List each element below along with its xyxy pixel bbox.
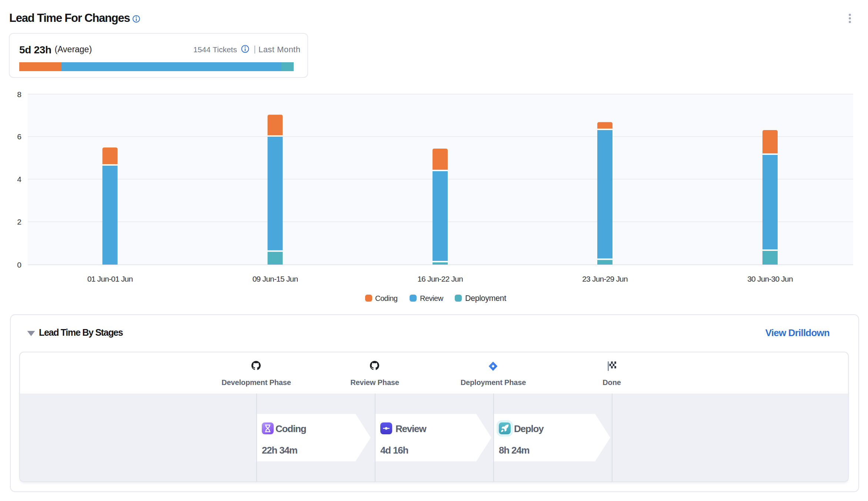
svg-text:6: 6 [17,132,21,141]
svg-text:23 Jun-29 Jun: 23 Jun-29 Jun [582,275,628,283]
svg-text:16 Jun-22 Jun: 16 Jun-22 Jun [417,275,463,283]
svg-text:4: 4 [17,175,21,183]
svg-text:09 Jun-15 Jun: 09 Jun-15 Jun [253,275,298,283]
svg-text:01 Jun-01 Jun: 01 Jun-01 Jun [87,275,133,283]
svg-text:Lead Time For Changes: Lead Time For Changes [9,11,130,24]
svg-text:Review: Review [420,294,444,302]
svg-text:0: 0 [17,261,21,269]
svg-text:2: 2 [17,218,21,226]
svg-text:Coding: Coding [375,294,397,302]
svg-text:Deployment: Deployment [465,294,506,303]
svg-text:8: 8 [17,90,21,99]
svg-text:30 Jun-30 Jun: 30 Jun-30 Jun [747,275,793,283]
